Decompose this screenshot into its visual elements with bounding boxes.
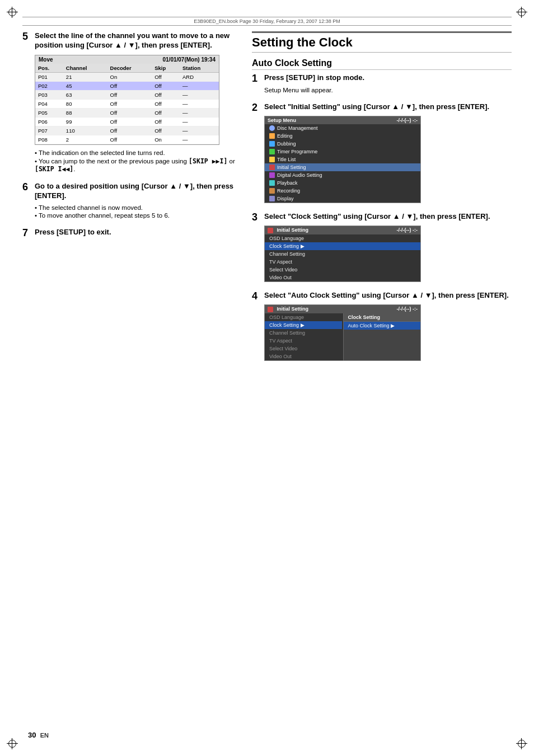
step-5-heading: Select the line of the channel you want …: [35, 31, 235, 50]
section-title: Setting the Clock: [252, 35, 512, 50]
setup-menu-items: Disc ManagementEditingDubbingTimer Progr…: [265, 124, 420, 203]
submenu-item: Channel Setting: [265, 250, 420, 258]
table-row: P0588OffOff—: [35, 108, 219, 117]
move-table-wrapper: Move 01/01/07(Mon) 19:34 Pos. Channel De…: [35, 55, 219, 145]
menu-item: Disc Management: [265, 124, 420, 132]
initial-setting-titlebar: Initial Setting -/-/-(--) -:-: [265, 226, 420, 234]
move-table-header: Move 01/01/07(Mon) 19:34: [35, 55, 219, 64]
right-column: Setting the Clock Auto Clock Setting 1 P…: [252, 31, 512, 370]
left-column: 5 Select the line of the channel you wan…: [22, 31, 235, 370]
setup-menu-screenshot: Setup Menu -/-/-(--) -:- Disc Management…: [264, 116, 421, 203]
submenu-item: Clock Setting ▶: [265, 321, 342, 329]
step-6-block: 6 Go to a desired position using [Cursor…: [22, 182, 235, 219]
table-row: P0363OffOff—: [35, 90, 219, 99]
corner-crosshair-br: [516, 738, 527, 749]
right-step-4-number: 4: [252, 291, 262, 301]
corner-crosshair-tr: [516, 7, 527, 18]
submenu-item: Select Video: [265, 266, 420, 274]
table-row: P0699OffOff—: [35, 117, 219, 126]
submenu-item: OSD Language: [265, 234, 420, 242]
initial-setting-screenshot: Initial Setting -/-/-(--) -:- OSD Langua…: [264, 226, 421, 282]
table-row: P0121OnOffARD: [35, 72, 219, 81]
right-step-2-heading: Select "Initial Setting" using [Cursor ▲…: [264, 102, 489, 112]
col-skip: Skip: [152, 64, 180, 73]
setup-menu-title: Setup Menu: [268, 118, 296, 123]
table-row: P0245OffOff—: [35, 81, 219, 90]
step-7-number: 7: [22, 228, 32, 238]
right-step-2-block: 2 Select "Initial Setting" using [Cursor…: [252, 102, 512, 203]
table-row: P082OffOn—: [35, 135, 219, 144]
menu-item: Display: [265, 195, 420, 203]
right-step-1-block: 1 Press [SETUP] in stop mode. Setup Menu…: [252, 73, 512, 93]
setup-menu-time: -/-/-(--) -:-: [397, 118, 418, 123]
right-step-1-heading: Press [SETUP] in stop mode.: [264, 73, 364, 83]
clock-right-menu: Clock SettingAuto Clock Setting ▶: [343, 313, 421, 360]
col-station: Station: [180, 64, 219, 73]
menu-item: Dubbing: [265, 140, 420, 148]
clock-left-menu: OSD LanguageClock Setting ▶Channel Setti…: [265, 313, 342, 360]
subsection-title: Auto Clock Setting: [252, 58, 512, 70]
bullet-skip: You can jump to the next or the previous…: [35, 157, 235, 173]
step-5-bullets: The indication on the selected line turn…: [35, 149, 235, 173]
bullet-moved: The selected channel is now moved.: [35, 204, 235, 211]
initial-setting-title: Initial Setting: [268, 227, 308, 233]
step-6-bullets: The selected channel is now moved. To mo…: [35, 204, 235, 219]
move-table: Pos. Channel Decoder Skip Station P0121O…: [35, 64, 219, 144]
setup-menu-titlebar: Setup Menu -/-/-(--) -:-: [265, 116, 420, 124]
col-channel: Channel: [63, 64, 107, 73]
submenu-item: TV Aspect: [265, 337, 342, 345]
move-label: Move: [39, 57, 53, 63]
submenu-item: Video Out: [265, 353, 342, 360]
page-number: 30 EN: [28, 731, 49, 739]
menu-item: Editing: [265, 132, 420, 140]
right-step-4-block: 4 Select "Auto Clock Setting" using [Cur…: [252, 291, 512, 361]
step-7-heading: Press [SETUP] to exit.: [35, 228, 111, 237]
initial-menu-items: OSD LanguageClock Setting ▶Channel Setti…: [265, 234, 420, 281]
menu-item: Title List: [265, 156, 420, 163]
submenu-item: Select Video: [265, 345, 342, 353]
right-step-3-block: 3 Select "Clock Setting" using [Cursor ▲…: [252, 212, 512, 282]
right-step-3-heading: Select "Clock Setting" using [Cursor ▲ /…: [264, 212, 490, 222]
menu-item: Recording: [265, 187, 420, 195]
submenu-item: Clock Setting: [344, 313, 421, 322]
corner-crosshair-tl: [7, 7, 18, 18]
submenu-item: TV Aspect: [265, 258, 420, 266]
right-step-3-number: 3: [252, 212, 262, 222]
right-step-1-number: 1: [252, 73, 262, 83]
clock-setting-titlebar: Initial Setting -/-/-(--) -:-: [265, 305, 420, 313]
clock-setting-title: Initial Setting: [268, 306, 308, 312]
menu-item: Timer Programme: [265, 148, 420, 156]
submenu-item: Channel Setting: [265, 329, 342, 337]
corner-crosshair-bl: [7, 738, 18, 749]
col-decoder: Decoder: [107, 64, 152, 73]
step-7-block: 7 Press [SETUP] to exit.: [22, 228, 235, 238]
submenu-item: OSD Language: [265, 313, 342, 321]
nested-panel: OSD LanguageClock Setting ▶Channel Setti…: [265, 313, 420, 360]
section-title-bar: Setting the Clock: [252, 31, 512, 53]
menu-item: Digital Audio Setting: [265, 171, 420, 179]
step-6-number: 6: [22, 182, 32, 192]
right-step-1-sub: Setup Menu will appear.: [264, 87, 512, 93]
initial-setting-time: -/-/-(--) -:-: [397, 227, 418, 233]
table-row: P07110OffOff—: [35, 126, 219, 135]
step-6-heading: Go to a desired position using [Cursor ▲…: [35, 182, 235, 201]
menu-item: Initial Setting: [265, 163, 420, 171]
clock-setting-time: -/-/-(--) -:-: [397, 306, 418, 312]
bullet-repeat: To move another channel, repeat steps 5 …: [35, 212, 235, 219]
step-5-number: 5: [22, 31, 32, 41]
step-5-block: 5 Select the line of the channel you wan…: [22, 31, 235, 173]
submenu-item: Auto Clock Setting ▶: [344, 322, 421, 330]
submenu-item: Clock Setting ▶: [265, 242, 420, 250]
bullet-red: The indication on the selected line turn…: [35, 149, 235, 156]
table-header-row: Pos. Channel Decoder Skip Station: [35, 64, 219, 73]
move-datetime: 01/01/07(Mon) 19:34: [163, 57, 216, 63]
right-step-2-number: 2: [252, 102, 262, 112]
col-pos: Pos.: [35, 64, 63, 73]
submenu-item: Video Out: [265, 274, 420, 281]
file-info: E3B90ED_EN.book Page 30 Friday, February…: [22, 17, 512, 26]
clock-setting-screenshot: Initial Setting -/-/-(--) -:- OSD Langua…: [264, 304, 421, 361]
table-row: P0480OffOff—: [35, 99, 219, 108]
menu-item: Playback: [265, 179, 420, 187]
right-step-4-heading: Select "Auto Clock Setting" using [Curso…: [264, 291, 509, 300]
